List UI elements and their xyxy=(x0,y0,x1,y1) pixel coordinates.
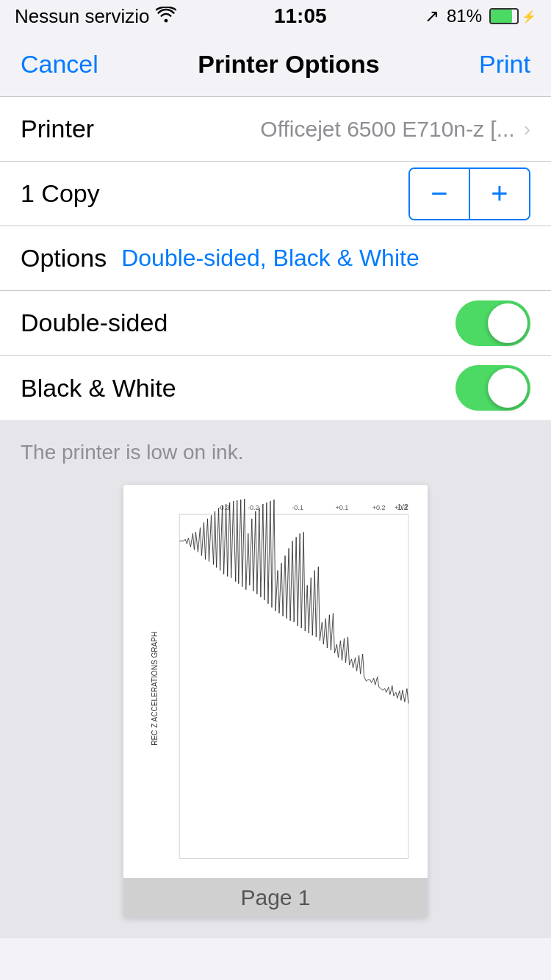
preview-inner: 1/2 -0.3 -0.2 -0.1 +0.1 +0.2 +0.3 REC Z … xyxy=(123,485,428,878)
battery-indicator: ⚡ xyxy=(489,8,536,24)
double-sided-toggle[interactable] xyxy=(455,300,530,346)
svg-text:+0.2: +0.2 xyxy=(372,504,386,511)
toggle-thumb xyxy=(488,368,527,408)
battery-percent: 81% xyxy=(447,6,482,26)
carrier-label: Nessun servizio xyxy=(15,5,150,28)
bottom-section: The printer is low on ink. 1/2 -0.3 -0.2… xyxy=(0,420,551,938)
status-time: 11:05 xyxy=(274,4,327,28)
svg-text:-0.2: -0.2 xyxy=(248,504,259,511)
increment-button[interactable]: + xyxy=(470,169,529,219)
copies-label: 1 Copy xyxy=(21,179,100,208)
double-sided-row: Double-sided xyxy=(0,291,551,356)
decrement-button[interactable]: − xyxy=(410,169,469,219)
svg-text:+0.3: +0.3 xyxy=(395,504,408,511)
svg-text:-0.3: -0.3 xyxy=(218,504,230,511)
charging-icon: ⚡ xyxy=(522,10,536,24)
location-icon: ↗ xyxy=(425,6,439,26)
seismograph-chart: 1/2 -0.3 -0.2 -0.1 +0.1 +0.2 +0.3 REC Z … xyxy=(135,497,416,866)
navigation-bar: Cancel Printer Options Print xyxy=(0,32,551,97)
chevron-right-icon: › xyxy=(524,118,530,141)
copies-stepper: − + xyxy=(408,167,530,220)
options-value: Double-sided, Black & White xyxy=(121,245,419,272)
black-white-toggle[interactable] xyxy=(455,365,530,411)
print-button[interactable]: Print xyxy=(479,50,530,79)
page-label-bar: Page 1 xyxy=(123,878,428,918)
printer-label: Printer xyxy=(21,115,94,143)
toggle-thumb xyxy=(488,303,527,343)
options-row[interactable]: Options Double-sided, Black & White xyxy=(0,226,551,291)
double-sided-label: Double-sided xyxy=(21,309,168,337)
page-title: Printer Options xyxy=(198,50,379,79)
svg-text:+0.1: +0.1 xyxy=(336,504,349,511)
options-label: Options xyxy=(21,244,107,273)
document-preview: 1/2 -0.3 -0.2 -0.1 +0.1 +0.2 +0.3 REC Z … xyxy=(123,485,428,918)
printer-row[interactable]: Printer Officejet 6500 E710n-z [... › xyxy=(0,97,551,162)
copies-row: 1 Copy − + xyxy=(0,162,551,226)
svg-text:REC Z ACCELERATIONS GRAPH: REC Z ACCELERATIONS GRAPH xyxy=(151,632,159,746)
wifi-icon xyxy=(156,5,176,28)
status-left: Nessun servizio xyxy=(15,5,176,28)
printer-value: Officejet 6500 E710n-z [... › xyxy=(260,117,530,142)
page-label: Page 1 xyxy=(240,885,310,909)
svg-text:-0.1: -0.1 xyxy=(292,504,303,511)
options-section: Printer Officejet 6500 E710n-z [... › 1 … xyxy=(0,97,551,420)
status-bar: Nessun servizio 11:05 ↗ 81% ⚡ xyxy=(0,0,551,32)
black-white-row: Black & White xyxy=(0,356,551,420)
ink-warning: The printer is low on ink. xyxy=(21,441,530,464)
cancel-button[interactable]: Cancel xyxy=(21,50,98,79)
black-white-label: Black & White xyxy=(21,374,176,403)
status-right: ↗ 81% ⚡ xyxy=(425,6,536,26)
